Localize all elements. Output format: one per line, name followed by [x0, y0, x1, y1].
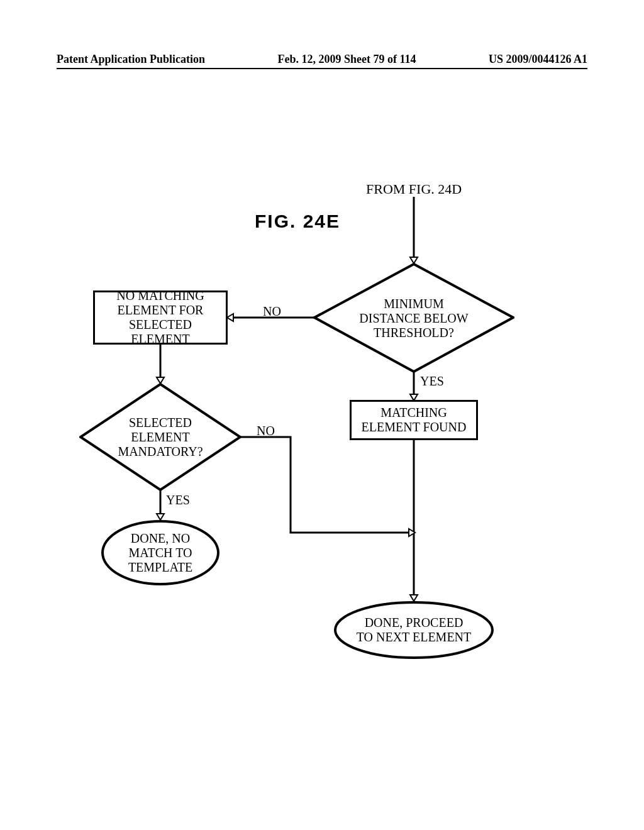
arrow-nomatch-to-mandatory	[155, 345, 165, 384]
arrow-threshold-no	[227, 313, 315, 323]
edge-label-yes-1: YES	[420, 374, 444, 389]
figure-title: FIG. 24E	[255, 211, 340, 232]
arrow-mandatory-yes	[155, 490, 165, 520]
process-no-matching: NO MATCHING ELEMENT FOR SELECTED ELEMENT	[93, 290, 228, 345]
header-right: US 2009/0044126 A1	[489, 53, 587, 66]
arrow-from-prev	[409, 197, 419, 263]
arrow-mandatory-no	[240, 432, 416, 539]
terminator-done-next: DONE, PROCEED TO NEXT ELEMENT	[333, 600, 494, 660]
from-label: FROM FIG. 24D	[366, 181, 462, 197]
header-center: Feb. 12, 2009 Sheet 79 of 114	[278, 53, 416, 66]
header-left: Patent Application Publication	[57, 53, 205, 66]
process-matching-found-text: MATCHING ELEMENT FOUND	[362, 406, 467, 434]
decision-threshold-text: MINIMUM DISTANCE BELOW THRESHOLD?	[313, 296, 514, 340]
svg-marker-4	[227, 314, 233, 321]
decision-mandatory: SELECTED ELEMENT MANDATORY?	[79, 383, 242, 491]
terminator-done-nomatch-text: DONE, NO MATCH TO TEMPLATE	[101, 531, 220, 575]
decision-mandatory-text: SELECTED ELEMENT MANDATORY?	[79, 416, 242, 459]
arrow-threshold-yes	[409, 372, 419, 401]
svg-marker-12	[409, 529, 415, 536]
terminator-done-nomatch: DONE, NO MATCH TO TEMPLATE	[101, 519, 220, 586]
header-rule	[57, 68, 587, 69]
terminator-done-next-text: DONE, PROCEED TO NEXT ELEMENT	[333, 616, 494, 645]
process-no-matching-text: NO MATCHING ELEMENT FOR SELECTED ELEMENT	[100, 289, 221, 346]
page-header: Patent Application Publication Feb. 12, …	[0, 53, 644, 66]
edge-label-yes-2: YES	[166, 493, 190, 507]
decision-threshold: MINIMUM DISTANCE BELOW THRESHOLD?	[313, 263, 514, 373]
